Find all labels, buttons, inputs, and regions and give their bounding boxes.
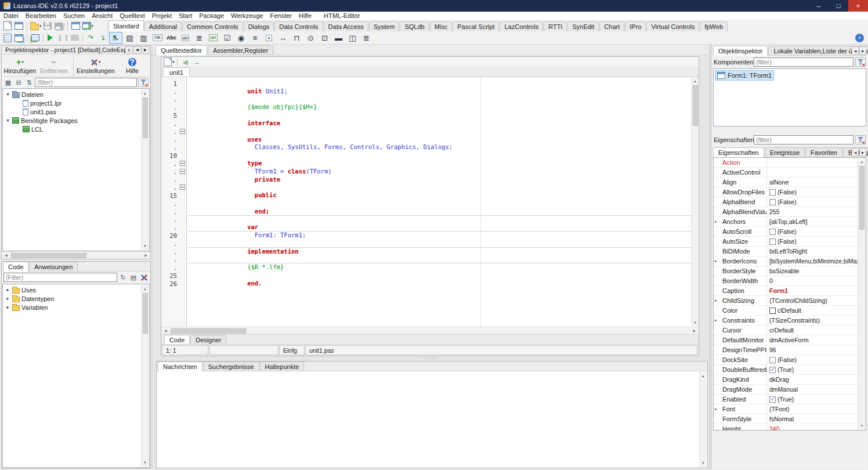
component-tgroupbox[interactable]: ⊓ [290,32,303,44]
expander-icon[interactable]: ▸ [5,296,10,301]
scroll-right-icon[interactable]: ▶ [142,254,150,257]
property-row[interactable]: ▸ ChildSizing (TControlChildSizing) [714,296,858,306]
menu-html-editor[interactable]: HTML-Editor [320,12,363,19]
messages-content[interactable]: ▲ ▼ [157,371,707,468]
code-fold-icon[interactable] [180,161,185,166]
menu-bearbeiten[interactable]: Bearbeiten [22,12,60,20]
palette-tab-ipro[interactable]: IPro [625,21,646,31]
component-tpanel[interactable]: ▬ [332,32,345,44]
property-row[interactable]: BorderStyle bsSizeable [714,266,858,276]
prop-tab-eigenschaften[interactable]: Eigenschaften [713,147,764,157]
tabs-next-button[interactable]: ▶ [859,148,866,156]
component-tmemo[interactable]: ≣ [193,32,206,44]
project-tree-hscrollbar[interactable]: ◀ ▶ [2,251,150,259]
code-editor[interactable]: 1 . . . 5 [161,77,699,327]
editor-tab-code[interactable]: Code [164,335,190,345]
code-explorer-vscrollbar[interactable]: ▲ ▼ [141,285,149,467]
property-row[interactable]: Action [714,158,858,168]
property-row[interactable]: ▸ BorderIcons [biSystemMenu,biMinimize,b… [714,256,858,266]
jump-forward-button[interactable]: → [191,57,203,67]
step-into-button[interactable]: ↴ [97,32,108,43]
property-row[interactable]: Caption Form1 [714,286,858,296]
checkbox-icon[interactable] [769,367,776,373]
scroll-down-icon[interactable]: ▼ [860,422,864,430]
dock-header-k-button[interactable]: K [125,46,133,53]
property-row[interactable]: AlphaBlendValu 255 [714,207,858,217]
component-ttogglebox[interactable]: on [207,32,220,44]
dock-header-prev-button[interactable]: ◀ [133,46,141,53]
checkbox-icon[interactable] [769,357,776,363]
expand-icon[interactable]: ▸ [715,298,717,303]
checkbox-icon[interactable] [769,396,776,403]
help-button[interactable]: ? Hilfe [115,56,149,76]
scroll-up-icon[interactable]: ▲ [693,77,697,85]
step-over-button[interactable]: ↷ [85,32,97,43]
properties-filter-clear-button[interactable] [855,135,866,144]
expander-icon[interactable]: ▸ [5,305,10,310]
property-row[interactable]: ▸ Anchors [akTop,akLeft] [714,217,858,227]
property-row[interactable]: AutoScroll (False) [714,227,858,237]
property-row[interactable]: Color clDefault [714,306,858,316]
palette-tab-pascal-script[interactable]: Pascal Script [453,21,499,31]
save-all-button[interactable] [54,21,66,31]
messages-tab-haltepunkte[interactable]: Haltepunkte [260,361,305,371]
jump-back-button[interactable]: ◀ [180,57,191,67]
property-row[interactable]: DoubleBuffered (True) [714,365,858,375]
tab-assembler-register[interactable]: Assembler,Register [208,45,273,55]
palette-tab-chart[interactable]: Chart [599,21,624,31]
prop-tab-favoriten[interactable]: Favoriten [805,147,842,157]
expand-icon[interactable]: ▸ [715,318,717,323]
scroll-left-icon[interactable]: ◀ [162,329,169,332]
expand-icon[interactable]: ▸ [715,407,717,411]
build-mode-button[interactable]: ▾ [82,21,95,31]
checkbox-icon[interactable] [769,189,776,196]
component-tlabel[interactable]: Abc [165,32,178,44]
tree-item-benoetigte-packages[interactable]: ▾ Benötigte Packages [3,116,149,125]
tabs-next-button[interactable]: ▶ [859,46,866,55]
tab-quelltexteditor[interactable]: Quelltexteditor [155,45,207,55]
scrollbar-thumb[interactable] [143,97,148,138]
components-filter-clear-button[interactable] [855,57,866,67]
property-row[interactable]: DragKind dkDrag [714,375,858,385]
file-tab-unit1[interactable]: unit1 [163,67,190,77]
refresh-button[interactable]: ↻ [118,273,128,282]
scrollbar-thumb[interactable] [859,166,865,230]
property-row[interactable]: AllowDropFiles (False) [714,187,858,197]
menu-projekt[interactable]: Projekt [149,12,175,20]
property-row[interactable]: ActiveControl [714,168,858,178]
editor-popup-button[interactable]: ▾ [163,57,175,67]
project-tree-vscrollbar[interactable]: ▲ ▼ [141,89,149,250]
tree-item-lcl[interactable]: LCL [3,125,149,133]
component-tcheckbox[interactable]: ☑ [220,32,234,44]
palette-tab-synedit[interactable]: SynEdit [567,21,599,31]
code-explorer-filter-input[interactable] [3,273,117,282]
property-row[interactable]: Height 240 [714,424,858,431]
code-explorer-tab-anweisungen[interactable]: Anweisungen [29,262,78,271]
property-row[interactable]: AlphaBlend (False) [714,197,858,207]
component-tbutton[interactable]: Ok [151,32,164,44]
component-item-form1[interactable]: Form1: TForm1 [715,71,773,80]
titlebar[interactable]: Lazarus-IDE v2.0.6 r62129 - project1 – □… [0,0,868,12]
scrollbar-thumb[interactable] [693,85,698,126]
palette-overflow-button[interactable]: » [855,34,864,42]
code-explorer-item-datentypen[interactable]: ▸ Datentypen [3,294,149,303]
palette-tab-system[interactable]: System [369,21,400,31]
property-row[interactable]: BorderWidth 0 [714,276,858,286]
add-button[interactable]: +▾ Hinzufügen [3,56,37,76]
property-grid-vscrollbar[interactable]: ▲ ▼ [858,158,866,430]
show-hierarchy-button[interactable]: ▦ [3,78,13,87]
dock-header-next-button[interactable]: ▶ [142,46,149,53]
view-units-button[interactable] [2,32,13,43]
component-tmainmenu[interactable]: ▤ [123,32,136,44]
palette-tab-data-controls[interactable]: Data Controls [274,21,323,31]
expand-icon[interactable]: ▸ [715,259,717,263]
scroll-up-icon[interactable]: ▲ [143,89,147,97]
component-tcheckgroup[interactable]: ⊡ [318,32,331,44]
code-fold-icon[interactable] [180,185,185,190]
palette-tab-lazcontrols[interactable]: LazControls [500,21,543,31]
checkbox-icon[interactable] [769,199,776,205]
scrollbar-thumb[interactable] [143,293,148,334]
options-button[interactable] [139,273,149,282]
palette-tab-virtual-controls[interactable]: Virtual Controls [646,21,699,31]
new-form-button[interactable] [13,21,25,31]
